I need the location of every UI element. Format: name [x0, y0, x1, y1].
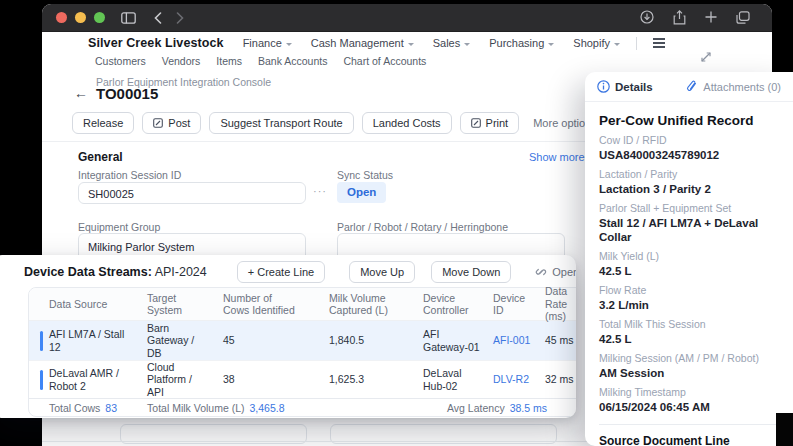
tab-overview-icon[interactable] — [732, 6, 754, 28]
detail-field: Parlor Stall + Equipment Set Stall 12 / … — [599, 202, 779, 244]
back-nav-icon[interactable] — [147, 7, 169, 29]
subnav-chart-of-accounts[interactable]: Chart of Accounts — [343, 55, 426, 67]
cell-target-system[interactable]: Barn Gateway / DB — [141, 321, 217, 360]
divider — [636, 37, 637, 50]
table-header-row: Data Source Target System Number of Cows… — [29, 288, 576, 321]
hamburger-menu-icon[interactable] — [653, 38, 665, 48]
sync-status-badge[interactable]: Open — [337, 182, 386, 203]
section-title-general: General — [78, 150, 123, 164]
chevron-down-icon — [614, 43, 620, 46]
cell-target-system[interactable]: Cloud Platform / API — [141, 361, 217, 398]
sync-status-label: Sync Status — [337, 169, 393, 181]
device-id-link[interactable]: DLV-R2 — [487, 361, 539, 398]
downloads-icon[interactable] — [636, 6, 658, 28]
details-panel-tabs: Details Attachments (0) — [585, 72, 793, 102]
menu-cash-management[interactable]: Cash Management — [311, 37, 414, 49]
streams-table: Data Source Target System Number of Cows… — [28, 287, 576, 417]
cell-volume[interactable]: 1,840.5 — [323, 321, 417, 360]
edit-icon — [153, 118, 163, 128]
col-data-source: Data Source — [29, 288, 141, 320]
table-row[interactable]: DeLaval AMR / Robot 2 Cloud Platform / A… — [29, 360, 576, 398]
subnav-vendors[interactable]: Vendors — [162, 55, 201, 67]
field-value: 42.5 L — [599, 264, 779, 278]
new-tab-icon[interactable] — [700, 6, 722, 28]
minimize-window-icon[interactable] — [75, 12, 86, 23]
field-label: Total Milk This Session — [599, 318, 779, 330]
col-device-controller: Device Controller — [417, 288, 487, 320]
company-name[interactable]: Silver Creek Livestock — [88, 36, 224, 50]
cell-controller[interactable]: AFI Gateway-01 — [417, 321, 487, 360]
browser-titlebar — [42, 4, 772, 32]
menu-finance[interactable]: Finance — [243, 37, 292, 49]
menu-sales[interactable]: Sales — [433, 37, 471, 49]
suggest-transport-route-button[interactable]: Suggest Transport Route — [209, 112, 353, 134]
share-icon[interactable] — [668, 6, 690, 28]
app-header: Silver Creek Livestock Finance Cash Mana… — [88, 35, 665, 51]
sub-navigation: Customers Vendors Items Bank Accounts Ch… — [95, 55, 426, 67]
detail-field: Cow ID / RFID USA840003245789012 — [599, 134, 779, 162]
more-actions-icon[interactable]: ··· — [313, 185, 327, 197]
cell-cows[interactable]: 45 — [217, 321, 323, 360]
avg-latency-label: Avg Latency — [447, 402, 505, 414]
detail-field: Milking Timestamp 06/15/2024 06:45 AM — [599, 386, 779, 414]
field-value: Lactation 3 / Parity 2 — [599, 182, 779, 196]
cell-volume[interactable]: 1,625.3 — [323, 361, 417, 398]
integration-session-id-input[interactable]: SH00025 — [78, 182, 306, 204]
chevron-down-icon — [408, 43, 414, 46]
table-footer: Total Cows 83 Total Milk Volume (L) 3,46… — [29, 398, 576, 416]
subnav-bank-accounts[interactable]: Bank Accounts — [258, 55, 327, 67]
cell-data-source[interactable]: AFI LM7A / Stall 12 — [29, 321, 141, 360]
cell-rate[interactable]: 32 ms — [539, 361, 576, 398]
sidebar-toggle-icon[interactable] — [117, 7, 139, 29]
parlor-type-label: Parlor / Robot / Rotary / Herringbone — [337, 221, 508, 233]
row-accent-bar — [40, 331, 43, 351]
back-arrow-icon[interactable]: ← — [74, 85, 88, 101]
details-panel: Details Attachments (0) Per-Cow Unified … — [585, 72, 793, 446]
field-label: Milk Yield (L) — [599, 250, 779, 262]
subnav-items[interactable]: Items — [216, 55, 242, 67]
col-target-system: Target System — [141, 288, 217, 320]
detail-field: Total Milk This Session 42.5 L — [599, 318, 779, 346]
cell-cows[interactable]: 38 — [217, 361, 323, 398]
field-label: Parlor Stall + Equipment Set — [599, 202, 779, 214]
section-divider: Source Document Line Milk Meter ID (AFI … — [599, 424, 779, 446]
expand-panel-icon[interactable] — [700, 51, 712, 63]
detail-field: Milk Yield (L) 42.5 L — [599, 250, 779, 278]
tab-attachments[interactable]: Attachments (0) — [686, 80, 781, 93]
post-button[interactable]: Post — [142, 112, 201, 134]
menu-shopify[interactable]: Shopify — [573, 37, 620, 49]
field-value: Stall 12 / AFI LM7A + DeLaval Collar — [599, 216, 779, 244]
avg-latency-value: 38.5 ms — [510, 402, 547, 414]
move-down-button[interactable]: Move Down — [431, 261, 511, 283]
source-document-line-heading: Source Document Line — [599, 434, 779, 446]
action-toolbar: Release Post Suggest Transport Route Lan… — [72, 112, 603, 134]
streams-section-title: Device Data Streams: API-2024 — [24, 265, 207, 279]
paperclip-icon — [686, 80, 698, 93]
detail-field: Lactation / Parity Lactation 3 / Parity … — [599, 168, 779, 196]
print-button[interactable]: Print — [460, 112, 520, 134]
col-device-id: Device ID — [487, 288, 539, 320]
col-milk-volume: Milk Volume Captured (L) — [323, 288, 417, 320]
open-source-document-button[interactable]: Open Source Document — [535, 266, 576, 278]
close-window-icon[interactable] — [56, 12, 67, 23]
move-up-button[interactable]: Move Up — [349, 261, 415, 283]
subnav-customers[interactable]: Customers — [95, 55, 146, 67]
cell-controller[interactable]: DeLaval Hub-02 — [417, 361, 487, 398]
zoom-window-icon[interactable] — [94, 12, 105, 23]
cell-data-source[interactable]: DeLaval AMR / Robot 2 — [29, 361, 141, 398]
show-more-link[interactable]: Show more — [529, 151, 585, 163]
release-button[interactable]: Release — [72, 112, 134, 134]
cell-rate[interactable]: 45 ms — [539, 321, 576, 360]
field-value: 42.5 L — [599, 332, 779, 346]
landed-costs-button[interactable]: Landed Costs — [362, 112, 452, 134]
table-row[interactable]: AFI LM7A / Stall 12 Barn Gateway / DB 45… — [29, 321, 576, 360]
details-heading: Per-Cow Unified Record — [599, 113, 779, 128]
create-line-button[interactable]: + Create Line — [237, 261, 325, 283]
field-label: Milking Session (AM / PM / Robot) — [599, 352, 779, 364]
forward-nav-icon[interactable] — [169, 7, 191, 29]
menu-purchasing[interactable]: Purchasing — [489, 37, 554, 49]
field-value: 3.2 L/min — [599, 298, 779, 312]
field-label: Milking Timestamp — [599, 386, 779, 398]
device-id-link[interactable]: AFI-001 — [487, 321, 539, 360]
tab-details[interactable]: Details — [597, 80, 653, 93]
